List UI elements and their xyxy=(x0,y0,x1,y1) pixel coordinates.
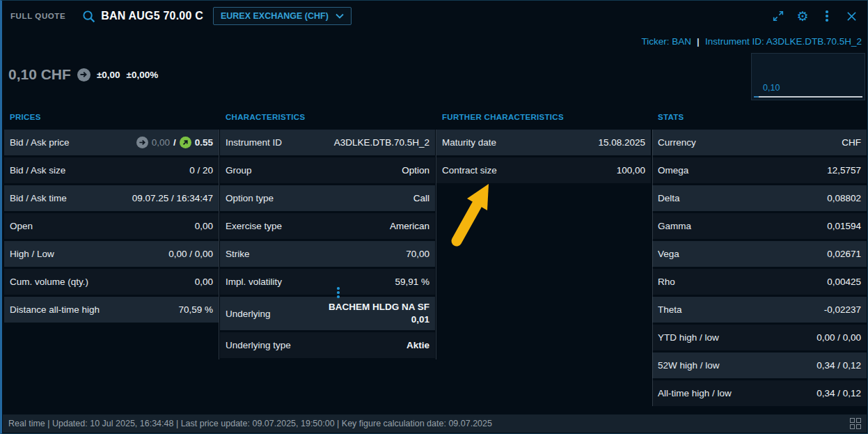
meta-separator: | xyxy=(697,36,700,47)
section-prices: PRICES Bid / Ask price 0,00 / 0.55 Bid /… xyxy=(4,107,219,408)
section-characteristics: CHARACTERISTICS Instrument ID A3DLKE.DTB… xyxy=(220,107,435,408)
expand-icon[interactable] xyxy=(771,8,786,24)
row-ytd-high-low: YTD high / low 0,00 / 0,00 xyxy=(652,325,867,350)
row-cum-volume: Cum. volume (qty.) 0,00 xyxy=(4,269,219,295)
row-delta: Delta 0,08802 xyxy=(652,185,867,211)
instrument-meta: Ticker: BAN | Instrument ID: A3DLKE.DTB.… xyxy=(642,36,862,47)
row-underlying-type: Underlying type Aktie xyxy=(220,332,435,358)
mini-chart-line-tip xyxy=(754,96,759,98)
column-divider xyxy=(652,130,653,406)
window-controls: ⚙ xyxy=(771,8,859,24)
column-divider xyxy=(219,130,219,359)
instrument-search[interactable]: BAN AUG5 70.00 C xyxy=(81,8,203,24)
status-text: Real time | Updated: 10 Jul 2025, 16:34:… xyxy=(8,419,492,428)
ask-price: 0.55 xyxy=(195,137,213,148)
last-price-row: 0,10 CHF ±0,00 ±0,00% xyxy=(8,66,158,83)
bid-price: 0,00 xyxy=(152,137,170,148)
status-bar: Real time | Updated: 10 Jul 2025, 16:34:… xyxy=(3,414,867,433)
row-instrument-id: Instrument ID A3DLKE.DTB.70.5H_2 xyxy=(220,130,435,155)
instrument-id-link[interactable]: Instrument ID: A3DLKE.DTB.70.5H_2 xyxy=(705,36,862,47)
row-rho: Rho 0,00425 xyxy=(652,269,867,295)
row-contract-size: Contract size 100,00 xyxy=(436,157,651,183)
loading-dots-indicator[interactable] xyxy=(337,287,340,298)
row-impl-volatility: Impl. volatility 59,91 % xyxy=(220,269,435,295)
row-52w-high-low: 52W high / low 0,34 / 0,12 xyxy=(652,352,867,378)
row-bid-ask-price: Bid / Ask price 0,00 / 0.55 xyxy=(4,130,219,155)
row-underlying: Underlying BACHEM HLDG NA SF 0,01 xyxy=(220,297,435,330)
exchange-selector-label: EUREX EXCHANGE (CHF) xyxy=(221,11,329,21)
row-exercise-type: Exercise type American xyxy=(220,213,435,239)
row-omega: Omega 12,5757 xyxy=(652,157,867,183)
row-group: Group Option xyxy=(220,157,435,183)
trend-flat-icon xyxy=(77,68,90,82)
row-currency: Currency CHF xyxy=(652,130,867,155)
instrument-title: BAN AUG5 70.00 C xyxy=(101,10,203,22)
search-icon[interactable] xyxy=(81,8,96,24)
underlying-value: BACHEM HLDG NA SF 0,01 xyxy=(329,301,429,325)
kebab-menu-icon[interactable] xyxy=(819,8,835,24)
row-maturity-date: Maturity date 15.08.2025 xyxy=(436,130,651,155)
title-bar: FULL QUOTE BAN AUG5 70.00 C EUREX EXCHAN… xyxy=(2,1,867,31)
row-theta: Theta -0,02237 xyxy=(652,297,867,323)
exchange-selector-dropdown[interactable]: EUREX EXCHANGE (CHF) xyxy=(213,7,352,25)
section-title: CHARACTERISTICS xyxy=(220,107,435,130)
change-absolute: ±0,00 xyxy=(97,70,120,80)
mini-chart-flat-line xyxy=(754,96,862,98)
section-title: STATS xyxy=(652,107,867,130)
row-alltime-high-low: All-time high / low 0,34 / 0,12 xyxy=(652,380,867,406)
section-title: FURTHER CHARACTERISTICS xyxy=(436,107,651,130)
gear-icon[interactable]: ⚙ xyxy=(795,8,810,24)
section-title: PRICES xyxy=(4,107,219,130)
section-further-characteristics: FURTHER CHARACTERISTICS Maturity date 15… xyxy=(436,107,651,408)
row-vega: Vega 0,02671 xyxy=(652,241,867,267)
row-bid-ask-time: Bid / Ask time 09.07.25 / 16:34:47 xyxy=(4,185,219,211)
mini-chart[interactable]: 0,10 xyxy=(751,53,865,100)
change-percent: ±0,00% xyxy=(127,70,159,80)
column-divider xyxy=(436,130,436,359)
mini-chart-price-label: 0,10 xyxy=(763,83,780,93)
row-distance-ath: Distance all-time high 70,59 % xyxy=(4,297,219,323)
ticker-link[interactable]: Ticker: BAN xyxy=(642,36,692,47)
widget-label: FULL QUOTE xyxy=(10,12,65,20)
full-quote-window: FULL QUOTE BAN AUG5 70.00 C EUREX EXCHAN… xyxy=(0,0,868,434)
last-price: 0,10 CHF xyxy=(8,66,71,83)
row-bid-ask-size: Bid / Ask size 0 / 20 xyxy=(4,157,219,183)
grid-layout-icon[interactable] xyxy=(850,418,862,430)
trend-flat-icon xyxy=(136,137,148,148)
row-high-low: High / Low 0,00 / 0,00 xyxy=(4,241,219,267)
row-option-type: Option type Call xyxy=(220,185,435,211)
row-gamma: Gamma 0,01594 xyxy=(652,213,867,239)
trend-up-icon xyxy=(180,137,191,148)
section-stats: STATS Currency CHF Omega 12,5757 Delta 0… xyxy=(652,107,867,408)
close-icon[interactable] xyxy=(844,8,859,24)
bid-ask-price-value: 0,00 / 0.55 xyxy=(136,137,213,148)
chevron-down-icon xyxy=(336,11,344,21)
row-strike: Strike 70,00 xyxy=(220,241,435,267)
row-open: Open 0,00 xyxy=(4,213,219,239)
